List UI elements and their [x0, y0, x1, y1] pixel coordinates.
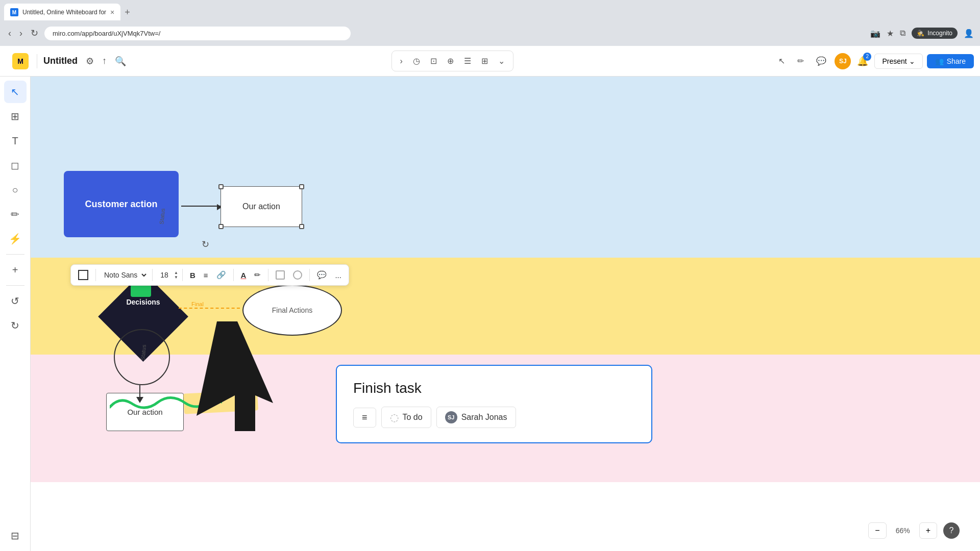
forward-button[interactable]: ›: [17, 26, 24, 41]
align-icon: ≡: [204, 271, 208, 280]
new-tab-button[interactable]: +: [125, 7, 130, 18]
font-size-up-btn[interactable]: ▲: [174, 271, 178, 275]
handle-tl: [218, 184, 224, 189]
menu-action-btn[interactable]: ≡: [353, 408, 376, 428]
select-mode-btn[interactable]: ↖: [774, 53, 789, 69]
back-button[interactable]: ‹: [6, 26, 13, 41]
zoom-in-btn[interactable]: +: [919, 522, 937, 539]
active-tab[interactable]: M Untitled, Online Whiteboard for ×: [4, 4, 120, 21]
final-actions-text: Final Actions: [272, 306, 312, 314]
tab-close-btn[interactable]: ×: [110, 8, 114, 16]
bold-icon: B: [190, 271, 195, 280]
canvas-area[interactable]: Customer action Status Our action ↻: [31, 77, 980, 551]
header-divider: [37, 54, 37, 68]
incognito-badge: 🕵 Incognito: [912, 28, 958, 39]
format-divider-3: [182, 269, 183, 281]
screenshot-tool-btn[interactable]: ⊕: [443, 53, 458, 69]
text-color-btn[interactable]: A: [238, 269, 250, 282]
cursor-icon: ↖: [778, 56, 785, 66]
highlight-icon: ✏: [254, 270, 261, 280]
align-btn[interactable]: ≡: [201, 269, 211, 282]
arrow-tool-btn[interactable]: ›: [396, 54, 407, 69]
lock-icon: [276, 270, 285, 280]
zoom-level: 66%: [893, 527, 913, 535]
table-tool-btn[interactable]: ⊞: [477, 53, 492, 69]
connector-icon: ⚡: [9, 233, 21, 245]
select-tool-btn[interactable]: ↖: [4, 81, 27, 103]
add-tool-btn[interactable]: +: [4, 259, 27, 281]
pen-tool-btn[interactable]: ✏: [4, 203, 27, 226]
screenshot-icon: ⊕: [447, 56, 454, 66]
undo-btn[interactable]: ↺: [4, 290, 27, 312]
circle-btn[interactable]: [290, 268, 305, 282]
svg-marker-0: [197, 321, 273, 431]
user-avatar[interactable]: SJ: [835, 53, 851, 69]
share-button[interactable]: 👥 Share: [927, 54, 974, 68]
settings-button[interactable]: ⚙: [82, 52, 98, 71]
status-action-btn[interactable]: ◌ To do: [381, 407, 431, 428]
miro-logo-icon: M: [12, 53, 29, 69]
tab-bar: M Untitled, Online Whiteboard for × +: [0, 0, 980, 20]
text-tool-btn[interactable]: T: [4, 130, 27, 152]
rotate-handle[interactable]: ↻: [202, 239, 209, 250]
our-action-card-selected[interactable]: Our action: [220, 186, 302, 227]
shapes-tool-btn[interactable]: ○: [4, 179, 27, 201]
board-title[interactable]: Untitled: [39, 54, 82, 68]
lock-btn[interactable]: [273, 268, 288, 282]
timer-tool-btn[interactable]: ◷: [409, 53, 424, 69]
zoom-out-btn[interactable]: −: [868, 522, 886, 539]
finish-task-card: Finish task ≡ ◌ To do SJ Sarah Jonas: [336, 365, 652, 443]
grid-tool-btn[interactable]: ⊞: [4, 105, 27, 128]
search-button[interactable]: 🔍: [111, 52, 130, 71]
bookmark-icon[interactable]: ★: [887, 29, 894, 38]
menu-icon: ≡: [362, 412, 368, 423]
camera-icon[interactable]: 📷: [870, 29, 880, 38]
incognito-label: Incognito: [927, 30, 952, 37]
present-button[interactable]: Present ⌄: [874, 54, 922, 69]
splitscreen-icon[interactable]: ⧉: [900, 29, 905, 38]
collapse-panel-btn[interactable]: ⊟: [4, 524, 27, 547]
sticky-tool-btn[interactable]: ◻: [4, 154, 27, 177]
assignee-action-btn[interactable]: SJ Sarah Jonas: [436, 407, 516, 428]
help-btn[interactable]: ?: [943, 522, 960, 539]
export-icon: ↑: [102, 56, 107, 66]
redo-btn[interactable]: ↻: [4, 314, 27, 337]
export-button[interactable]: ↑: [98, 52, 111, 70]
border-style-icon: [78, 270, 88, 280]
font-size-down-btn[interactable]: ▼: [174, 276, 178, 280]
url-bar[interactable]: miro.com/app/board/uXjVMqk7Vtw=/: [44, 27, 351, 40]
highlight-btn[interactable]: ✏: [251, 268, 264, 282]
select-cursor-icon: ↖: [11, 86, 19, 98]
more-tools-btn[interactable]: ⌄: [494, 53, 509, 69]
big-black-arrow: [171, 321, 278, 433]
assignee-avatar: SJ: [445, 411, 457, 423]
comment-btn[interactable]: 💬: [314, 268, 330, 282]
reload-button[interactable]: ↻: [29, 26, 40, 41]
profile-button[interactable]: 👤: [964, 29, 974, 38]
big-arrow-svg: [171, 321, 278, 431]
pen-mode-btn[interactable]: ✏: [793, 53, 808, 69]
frame-tool-btn[interactable]: ⊡: [426, 53, 441, 69]
notification-button[interactable]: 🔔 2: [855, 54, 870, 69]
connector-tool-btn[interactable]: ⚡: [4, 228, 27, 250]
panel-icon: ⊟: [11, 530, 19, 542]
tab-favicon: M: [10, 8, 18, 16]
border-style-btn[interactable]: [75, 268, 91, 282]
finish-task-title: Finish task: [353, 380, 635, 396]
font-size-input[interactable]: 18: [157, 271, 172, 279]
miro-logo: M: [6, 53, 35, 69]
card-tool-btn[interactable]: ☰: [460, 53, 475, 69]
customer-action-card[interactable]: Customer action: [64, 171, 179, 237]
font-family-select[interactable]: Noto Sans: [100, 269, 148, 281]
decisions-green-badge: [131, 285, 151, 297]
dashed-arrow-line: [179, 308, 240, 309]
sidebar-divider-1: [6, 254, 24, 255]
link-btn[interactable]: 🔗: [213, 268, 229, 282]
more-options-btn[interactable]: ...: [332, 269, 345, 282]
plus-icon: +: [12, 264, 18, 276]
address-bar: ‹ › ↻ miro.com/app/board/uXjVMqk7Vtw=/ 📷…: [0, 20, 980, 46]
finish-task-actions: ≡ ◌ To do SJ Sarah Jonas: [353, 407, 635, 428]
format-divider-1: [95, 269, 96, 281]
bold-btn[interactable]: B: [187, 269, 199, 282]
comment-mode-btn[interactable]: 💬: [812, 53, 830, 69]
